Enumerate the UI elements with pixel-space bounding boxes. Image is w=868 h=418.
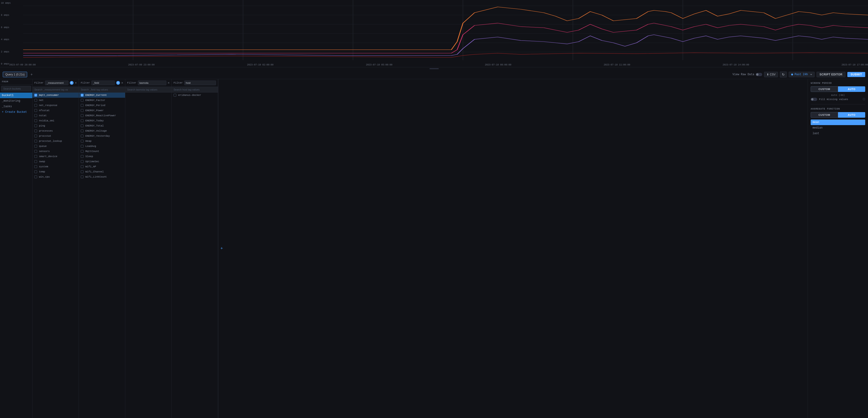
filter-item-energy-factor[interactable]: ENERGY_Factor [79,98,125,103]
filter-item-net[interactable]: net [32,98,79,103]
filter-item-mqttcount[interactable]: MqttCount [79,149,125,154]
agg-auto-button[interactable]: AUTO [838,112,865,118]
filter-item-eridanus-docker[interactable]: eridanus-docker [172,93,218,98]
refresh-button[interactable]: ↻ [780,71,787,78]
bucket-item-bucket1[interactable]: bucket1 [0,93,32,98]
x-label-1: 2023-07-09 20:00:00 [9,64,36,66]
drag-handle[interactable] [0,67,868,70]
from-panel: FROM bucket1 _monitoring _tasks + Create… [0,79,32,418]
checkbox-energy-today [81,119,84,122]
agg-item-last[interactable]: last [811,131,865,136]
filter-item-energy-power[interactable]: ENERGY_Power [79,108,125,113]
filter-item-procstat-lookup[interactable]: procstat_lookup [32,139,79,144]
filter-item-temp[interactable]: temp [32,169,79,174]
filter-item-heap[interactable]: Heap [79,139,125,144]
filter-item-swap[interactable]: swap [32,159,79,164]
fill-missing-info-icon[interactable]: ⓘ [863,97,865,101]
filter-item-procstat[interactable]: procstat [32,133,79,139]
create-bucket-button[interactable]: + Create Bucket [0,109,32,115]
y-label-4: 4 amps [1,38,11,41]
script-editor-button[interactable]: SCRIPT EDITOR [816,72,845,77]
chart-svg [0,0,868,67]
checkbox-mqttcount [81,150,84,153]
filter-item-win-cpu[interactable]: win_cpu [32,174,79,179]
query-builder: FROM bucket1 _monitoring _tasks + Create… [0,79,868,418]
agg-custom-button[interactable]: CUSTOM [811,112,838,118]
x-axis-labels: 2023-07-09 20:00:00 2023-07-09 23:00:00 … [9,64,868,66]
filter-item-nvidia-smi[interactable]: nvidia_smi [32,118,79,123]
filter-item-nfsstat[interactable]: nfsstat [32,108,79,113]
filter-close-tasmota[interactable]: ✕ [168,81,169,85]
filter-select-field[interactable]: _field [91,81,115,85]
window-period-auto-button[interactable]: AUTO [838,86,865,92]
checkbox-procstat-lookup [34,140,37,143]
search-host-input[interactable] [172,87,218,93]
filter-item-queue[interactable]: queue [32,144,79,149]
filter-item-sensors[interactable]: sensors [32,149,79,154]
submit-button[interactable]: SUBMIT [847,72,865,77]
filter-item-wifi-linkcount[interactable]: Wifi_LinkCount [79,174,125,179]
query-tab-1[interactable]: Query 1 (0.21s) [3,72,27,77]
filter-item-label: ENERGY_Voltage [85,129,107,132]
filter-item-processes[interactable]: processes [32,128,79,133]
filter-close-field[interactable]: ✕ [121,81,123,85]
agg-item-median[interactable]: median [811,125,865,131]
filter-item-sleep[interactable]: Sleep [79,154,125,159]
filter-item-label: queue [39,145,46,148]
filter-item-label: ENERGY_Yesterday [85,135,110,138]
add-query-button[interactable]: + [29,72,34,77]
fill-missing-toggle[interactable] [811,98,817,101]
view-raw-toggle-switch[interactable] [756,73,762,76]
agg-item-mean[interactable]: mean [811,120,865,125]
checkbox-nvidia-smi [34,119,37,122]
csv-button[interactable]: ⬇ CSV [764,72,778,77]
filter-item-label: UptimeSec [85,160,99,163]
filter-item-label: ENERGY_Current [85,94,107,96]
filter-close-measurement[interactable]: ✕ [75,81,77,85]
search-field-input[interactable] [79,87,125,93]
filter-item-mqtt-consumer[interactable]: mqtt_consumer [32,93,79,98]
filter-panel-host-header: Filter host [172,79,218,87]
filter-select-measurement[interactable]: _measurement [45,81,68,85]
filter-item-energy-reactive-power[interactable]: ENERGY_ReactivePower [79,113,125,118]
filter-item-energy-yesterday[interactable]: ENERGY_Yesterday [79,133,125,139]
filter-item-label: eridanus-docker [178,94,201,96]
filter-item-nstat[interactable]: nstat [32,113,79,118]
search-tasmota-input[interactable] [125,87,172,93]
filter-item-wifi-ap[interactable]: Wifi_AP [79,164,125,169]
filter-item-system[interactable]: system [32,164,79,169]
filter-select-host[interactable]: host [184,81,216,85]
filter-item-net-response[interactable]: net_response [32,103,79,108]
bucket-item-tasks[interactable]: _tasks [0,104,32,109]
filter-item-smart-device[interactable]: smart_device [32,154,79,159]
search-buckets-input[interactable] [1,86,31,91]
window-period-btn-group: CUSTOM AUTO [811,86,865,92]
aggregate-function-section: AGGREGATE FUNCTION CUSTOM AUTO mean medi… [811,108,865,136]
checkbox-loadavg [81,145,84,148]
filter-item-energy-period[interactable]: ENERGY_Period [79,103,125,108]
right-sidebar: WINDOW PERIOD CUSTOM AUTO auto (4m) Fill… [808,79,868,418]
bucket-item-monitoring[interactable]: _monitoring [0,98,32,104]
filter-select-tasmota[interactable]: tasmota [138,81,166,85]
filter-item-ping[interactable]: ping [32,123,79,128]
checkbox-nstat [34,114,37,117]
add-filter-button[interactable]: + [218,79,225,418]
search-measurement-input[interactable] [32,87,79,93]
filter-item-energy-today[interactable]: ENERGY_Today [79,118,125,123]
filter-panel-host: Filter host eridanus-docker [172,79,218,418]
filter-item-label: Heap [85,140,91,143]
filter-item-energy-total[interactable]: ENERGY_Total [79,123,125,128]
filter-panel-field: Filter _field 1 ✕ ENERGY_Current ENE [79,79,125,418]
filter-item-loadavg[interactable]: LoadAvg [79,144,125,149]
filter-item-wifi-channel[interactable]: Wifi_Channel [79,169,125,174]
drag-handle-bar [430,68,439,69]
filter-item-uptimesec[interactable]: UptimeSec [79,159,125,164]
bucket-list: bucket1 _monitoring _tasks + Create Buck… [0,93,32,418]
window-period-custom-button[interactable]: CUSTOM [811,86,838,92]
filter-item-energy-current[interactable]: ENERGY_Current [79,93,125,98]
checkbox-heap [81,140,84,143]
filter-item-energy-voltage[interactable]: ENERGY_Voltage [79,128,125,133]
time-range-selector[interactable]: Past 24h [789,72,815,77]
fill-missing-row: Fill missing values ⓘ [811,97,865,101]
checkbox-net [34,99,37,102]
